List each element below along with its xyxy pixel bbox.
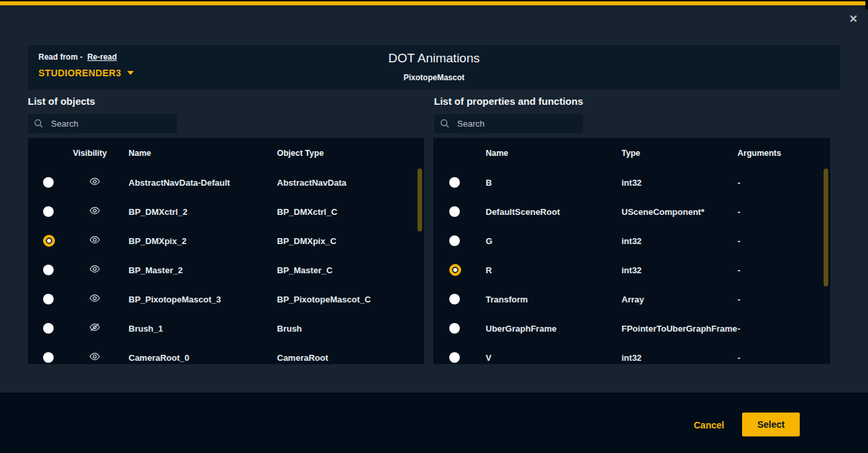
column-header-type: Type	[622, 149, 640, 158]
property-arguments: -	[737, 207, 740, 217]
objects-search-input[interactable]	[50, 118, 171, 129]
properties-search-box	[434, 114, 583, 133]
search-icon	[34, 119, 44, 129]
objects-table-rows: AbstractNavData-DefaultAbstractNavDataBP…	[28, 168, 424, 364]
header-bar: Read from - Re-read STUDIORENDER3 DOT An…	[28, 45, 840, 90]
column-header-visibility: Visibility	[73, 149, 107, 158]
property-type: USceneComponent*	[622, 207, 704, 217]
object-row[interactable]: BP_DMXctrl_2BP_DMXctrl_C	[28, 197, 424, 226]
property-row[interactable]: Vint32-	[433, 343, 830, 364]
object-row[interactable]: BP_PixotopeMascot_3BP_PixotopeMascot_C	[28, 285, 424, 314]
property-name: R	[486, 265, 492, 275]
row-radio[interactable]	[43, 265, 54, 275]
column-header-object-type: Object Type	[277, 149, 324, 158]
object-type: CameraRoot	[277, 353, 328, 363]
property-row[interactable]: Gint32-	[433, 226, 830, 255]
property-arguments: -	[737, 353, 740, 363]
object-type: Brush	[277, 324, 302, 334]
properties-table-header: Name Type Arguments	[433, 138, 830, 168]
row-radio[interactable]	[43, 206, 54, 217]
row-radio[interactable]	[449, 294, 460, 304]
eye-icon	[89, 294, 101, 304]
footer-bar: Cancel Select	[0, 393, 868, 453]
property-arguments: -	[737, 324, 740, 334]
row-radio[interactable]	[43, 177, 54, 188]
properties-search-input[interactable]	[456, 118, 577, 129]
object-row[interactable]: CameraRoot_0CameraRoot	[28, 343, 424, 364]
objects-search-box	[28, 114, 177, 133]
property-type: int32	[622, 178, 641, 188]
dialog-subtitle: PixotopeMascot	[28, 73, 840, 82]
row-radio-selected[interactable]	[449, 264, 461, 276]
row-radio[interactable]	[449, 206, 460, 217]
object-name: AbstractNavData-Default	[129, 178, 230, 188]
objects-table: Visibility Name Object Type AbstractNavD…	[28, 138, 424, 364]
property-arguments: -	[737, 236, 740, 246]
eye-icon	[89, 177, 101, 188]
property-row[interactable]: UberGraphFrameFPointerToUberGraphFrame-	[433, 314, 830, 343]
eye-icon	[89, 235, 101, 246]
close-button[interactable]: ✕	[845, 11, 861, 27]
column-header-name: Name	[129, 149, 151, 158]
row-radio[interactable]	[449, 352, 460, 363]
object-row[interactable]: Brush_1Brush	[28, 314, 424, 343]
object-row[interactable]: BP_DMXpix_2BP_DMXpix_C	[28, 226, 424, 255]
property-type: FPointerToUberGraphFrame	[622, 324, 737, 334]
row-radio[interactable]	[43, 352, 54, 363]
eye-icon	[89, 352, 101, 363]
properties-scrollbar-thumb[interactable]	[824, 168, 828, 287]
object-name: Brush_1	[129, 324, 163, 334]
objects-table-header: Visibility Name Object Type	[28, 138, 424, 168]
property-name: V	[486, 353, 492, 363]
column-header-name: Name	[486, 149, 508, 158]
search-icon	[440, 119, 450, 129]
object-name: BP_DMXpix_2	[129, 236, 186, 246]
row-radio[interactable]	[43, 294, 54, 304]
property-row[interactable]: DefaultSceneRootUSceneComponent*-	[433, 197, 830, 226]
object-name: BP_PixotopeMascot_3	[129, 294, 221, 304]
row-radio[interactable]	[449, 235, 460, 246]
object-type: AbstractNavData	[277, 178, 347, 188]
select-button[interactable]: Select	[742, 413, 800, 436]
object-name: BP_DMXctrl_2	[129, 207, 188, 217]
object-name: BP_Master_2	[129, 265, 183, 275]
close-icon: ✕	[849, 13, 857, 25]
object-name: CameraRoot_0	[129, 353, 190, 363]
property-row[interactable]: TransformArray-	[433, 285, 830, 314]
property-name: UberGraphFrame	[486, 324, 557, 334]
property-arguments: -	[737, 294, 740, 304]
object-type: BP_DMXpix_C	[277, 236, 337, 246]
property-row[interactable]: Rint32-	[433, 255, 830, 285]
object-type: BP_PixotopeMascot_C	[277, 294, 371, 304]
property-name: B	[486, 178, 492, 188]
row-radio-selected[interactable]	[43, 235, 55, 247]
properties-panel-heading: List of properties and functions	[434, 96, 583, 107]
property-name: DefaultSceneRoot	[486, 207, 560, 217]
property-type: Array	[622, 294, 644, 304]
object-type: BP_DMXctrl_C	[277, 207, 337, 217]
object-type: BP_Master_C	[277, 265, 333, 275]
row-radio[interactable]	[449, 177, 460, 188]
dialog-window: ✕ Read from - Re-read STUDIORENDER3 DOT …	[0, 0, 868, 453]
row-radio[interactable]	[43, 323, 54, 334]
properties-table: Name Type Arguments Bint32-DefaultSceneR…	[433, 138, 830, 364]
properties-table-rows: Bint32-DefaultSceneRootUSceneComponent*-…	[433, 168, 830, 364]
object-row[interactable]: AbstractNavData-DefaultAbstractNavData	[28, 168, 424, 197]
objects-panel-heading: List of objects	[28, 96, 95, 107]
cancel-button[interactable]: Cancel	[690, 413, 728, 437]
dialog-title: DOT Animations	[28, 51, 840, 66]
objects-scrollbar-thumb[interactable]	[417, 168, 422, 231]
eye-icon	[89, 206, 101, 217]
property-arguments: -	[737, 178, 740, 188]
property-name: G	[486, 236, 492, 246]
eye-icon	[89, 265, 101, 275]
eye-off-icon	[89, 323, 101, 334]
property-name: Transform	[486, 294, 528, 304]
column-header-arguments: Arguments	[737, 149, 781, 158]
property-type: int32	[622, 353, 641, 363]
property-type: int32	[622, 236, 641, 246]
property-row[interactable]: Bint32-	[433, 168, 830, 197]
accent-top-bar	[0, 1, 865, 5]
object-row[interactable]: BP_Master_2BP_Master_C	[28, 255, 424, 285]
row-radio[interactable]	[449, 323, 460, 334]
